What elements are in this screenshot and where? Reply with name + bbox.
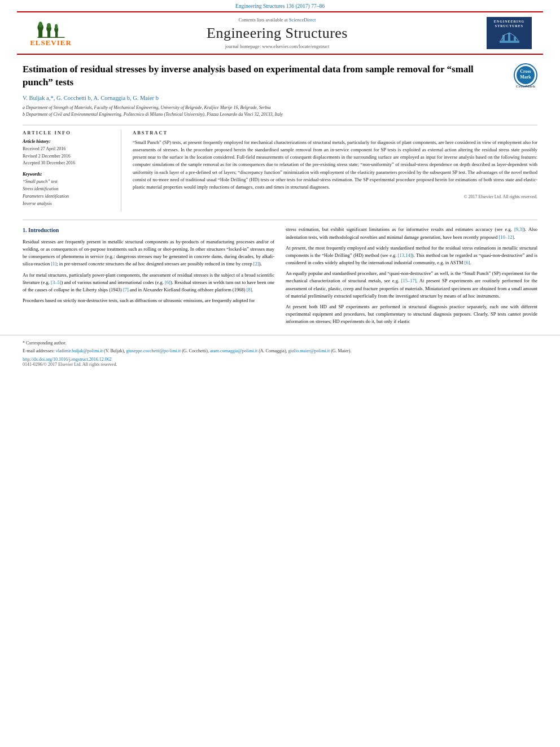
affiliations: a Department of Strength of Materials, F… (23, 104, 537, 118)
issn-line: 0141-0296/© 2017 Elsevier Ltd. All right… (23, 362, 537, 367)
svg-text:Cross: Cross (520, 69, 531, 74)
doi-line: http://dx.doi.org/10.1016/j.engstruct.20… (23, 357, 537, 362)
copyright-line: © 2017 Elsevier Ltd. All rights reserved… (133, 194, 537, 199)
revised-date: Revised 2 December 2016 (23, 153, 114, 160)
abstract-col: ABSTRACT “Small Punch” (SP) tests, at pr… (133, 130, 537, 212)
keywords-section: Keywords: “Small punch” test Stress iden… (23, 172, 114, 207)
elsevier-logo: ELSEVIER (28, 19, 73, 47)
svg-point-2 (38, 21, 42, 28)
intro-para1: Residual stresses are frequently present… (23, 238, 274, 268)
journal-header-center: Contents lists available at ScienceDirec… (73, 17, 481, 49)
intro-para5: At present, the most frequently employed… (286, 244, 537, 267)
journal-ref-text: Engineering Structures 136 (2017) 77–86 (235, 3, 325, 9)
keyword-4: Inverse analysis (23, 200, 114, 208)
eng-struct-logo: ENGINEERING STRUCTURES (487, 17, 532, 49)
affiliation-b: b Department of Civil and Environmental … (23, 111, 537, 118)
corresponding-author-note: * Corresponding author. (23, 340, 537, 347)
elsevier-text: ELSEVIER (30, 38, 72, 47)
eng-struct-icon (500, 30, 519, 45)
email-link-4[interactable]: giulio.maier@polimi.it (288, 348, 330, 353)
authors-line: V. Buljak a,*, G. Cocchetti b, A. Cornag… (23, 95, 537, 101)
sciencedirect-link[interactable]: ScienceDirect (289, 17, 316, 23)
intro-para4: stress estimation, but exhibit significa… (286, 226, 537, 241)
email-line: E-mail addresses: vladimir.buljak@polimi… (23, 348, 537, 355)
intro-para2: As for metal structures, particularly po… (23, 272, 274, 294)
body-col-right: stress estimation, but exhibit significa… (286, 226, 537, 329)
intro-para6: An equally popular and standardised proc… (286, 270, 537, 300)
crossmark-icon: Cross Mark CrossMark (514, 63, 537, 90)
article-history: Article history: Received 27 April 2016 … (23, 139, 114, 167)
contents-line: Contents lists available at ScienceDirec… (73, 17, 481, 23)
svg-text:CrossMark: CrossMark (516, 84, 535, 89)
keyword-3: Parameters identification (23, 193, 114, 200)
keyword-1: “Small punch” test (23, 178, 114, 186)
body-content: 1. Introduction Residual stresses are fr… (23, 226, 537, 329)
body-col-left: 1. Introduction Residual stresses are fr… (23, 226, 274, 329)
main-content: Estimation of residual stresses by inver… (0, 55, 560, 335)
email-link-1[interactable]: vladimir.buljak@polimi.it (56, 348, 103, 353)
doi-link[interactable]: http://dx.doi.org/10.1016/j.engstruct.20… (23, 357, 112, 362)
svg-point-8 (55, 24, 58, 29)
article-info-abstract-section: ARTICLE INFO Article history: Received 2… (23, 125, 537, 212)
history-content: Received 27 April 2016 Revised 2 Decembe… (23, 146, 114, 167)
article-title: Estimation of residual stresses by inver… (23, 63, 537, 89)
page-wrapper: Engineering Structures 136 (2017) 77–86 … (0, 0, 560, 370)
email-link-3[interactable]: aram.cornaggia@polimi.it (210, 348, 257, 353)
intro-para7: At present both HD and SP experiments ar… (286, 303, 537, 326)
intro-title: 1. Introduction (23, 226, 274, 235)
abstract-text: “Small Punch” (SP) tests, at present fre… (133, 139, 537, 191)
svg-text:Mark: Mark (520, 75, 531, 80)
journal-ref-bar: Engineering Structures 136 (2017) 77–86 (0, 0, 560, 11)
body-divider (23, 220, 537, 220)
svg-rect-10 (500, 41, 519, 43)
svg-point-5 (47, 23, 51, 28)
journal-homepage: journal homepage: www.elsevier.com/locat… (73, 43, 481, 49)
accepted-date: Accepted 30 December 2016 (23, 160, 114, 167)
keywords-title: Keywords: (23, 172, 114, 177)
keyword-2: Stress identification (23, 186, 114, 193)
received-date: Received 27 April 2016 (23, 146, 114, 153)
footer-area: * Corresponding author. E-mail addresses… (0, 335, 560, 370)
affiliation-a: a Department of Strength of Materials, F… (23, 104, 537, 111)
email-link-2[interactable]: giuseppe.cocchetti@po-limi.it (126, 348, 181, 353)
journal-logo-right: ENGINEERING STRUCTURES (481, 17, 532, 49)
abstract-label: ABSTRACT (133, 130, 537, 136)
journal-title: Engineering Structures (73, 25, 481, 42)
svg-rect-12 (508, 33, 510, 41)
keywords-content: “Small punch” test Stress identification… (23, 178, 114, 207)
elsevier-tree-icon (36, 19, 67, 38)
crossmark-badge[interactable]: Cross Mark CrossMark (514, 63, 537, 94)
journal-header: ELSEVIER Contents lists available at Sci… (17, 11, 543, 55)
intro-para3: Procedures based on strictly non-destruc… (23, 297, 274, 304)
article-info-col: ARTICLE INFO Article history: Received 2… (23, 130, 121, 212)
article-info-label: ARTICLE INFO (23, 130, 114, 136)
history-title: Article history: (23, 139, 114, 144)
